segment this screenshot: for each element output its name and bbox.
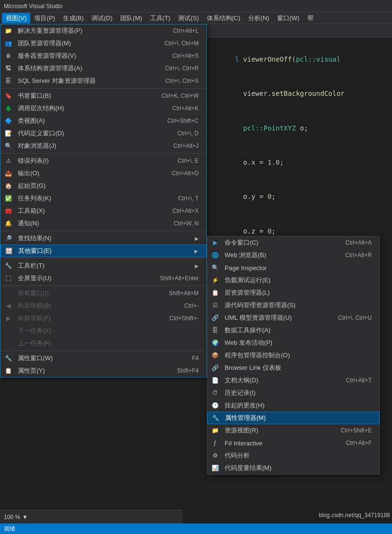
menu-item-start-page[interactable]: 🏠 起始页(G) <box>0 180 206 192</box>
menu-view[interactable]: 视图(V) <box>2 13 30 24</box>
class-view-icon: 🔷 <box>4 117 12 125</box>
title-text: Microsoft Visual Studio <box>4 3 63 10</box>
pending-changes-icon: 🕐 <box>211 402 219 409</box>
menu-item-load-test[interactable]: ⚡ 负载测试运行(E) <box>207 274 379 287</box>
menu-item-code-metrics[interactable]: 📊 代码度量结果(M) <box>207 462 379 474</box>
all-windows-icon <box>4 289 12 297</box>
menu-tools[interactable]: 工具(T) <box>146 13 175 24</box>
menu-item-call-hierarchy[interactable]: 🌲 调用层次结构(H) Ctrl+Alt+K <box>0 102 206 115</box>
secondary-dropdown-menu: ▶ 命令窗口(C) Ctrl+Alt+A 🌐 Web 浏览器(B) Ctrl+A… <box>207 236 380 475</box>
error-list-icon: ⚠ <box>4 157 12 165</box>
history-icon: ⏱ <box>211 389 219 397</box>
title-bar: Microsoft Visual Studio <box>0 0 392 13</box>
code-def-icon: 📝 <box>4 130 12 137</box>
menu-item-server-explorer[interactable]: 🖥 服务器资源管理器(V) Ctrl+Alt+S <box>0 50 206 62</box>
sep3 <box>0 231 206 231</box>
menu-item-page-inspector[interactable]: 🔍 Page Inspector <box>207 261 379 274</box>
sep5 <box>0 286 206 286</box>
resource-view-icon: 📁 <box>211 427 219 434</box>
menu-test[interactable]: 测试(S) <box>174 13 202 24</box>
nav-back-icon: ◀ <box>4 302 12 310</box>
server-explorer-icon: 🖥 <box>4 52 12 60</box>
task-list-icon: ✅ <box>4 195 12 202</box>
zoom-label: 100 % <box>4 514 20 521</box>
nav-forward-icon: ▶ <box>4 314 12 322</box>
menu-debug[interactable]: 调试(D) <box>88 13 116 24</box>
notifications-icon: 🔔 <box>4 220 12 227</box>
menu-item-toolbar[interactable]: 🔧 工具栏(T) <box>0 260 206 272</box>
load-test-icon: ⚡ <box>211 276 219 284</box>
menu-item-toolbox[interactable]: 🧰 工具箱(X) Ctrl+Alt+X <box>0 205 206 217</box>
property-manager-icon: 🔧 <box>212 414 219 422</box>
menu-item-code-analysis[interactable]: ⚙ 代码分析 <box>207 449 379 462</box>
menu-item-web-browser[interactable]: 🌐 Web 浏览器(B) Ctrl+Alt+R <box>207 249 379 261</box>
menu-item-notifications[interactable]: 🔔 通知(N) Ctrl+W, N <box>0 217 206 230</box>
status-bar: 就绪 <box>0 523 392 534</box>
menu-build[interactable]: 生成(B) <box>59 13 88 24</box>
arch-explorer-icon: 🏗 <box>4 65 12 72</box>
next-task-icon <box>4 327 12 335</box>
page-inspector-icon: 🔍 <box>211 264 219 272</box>
properties-page-icon: 📋 <box>4 367 12 375</box>
menu-item-command-window[interactable]: ▶ 命令窗口(C) Ctrl+Alt+A <box>207 236 379 249</box>
menu-item-nav-back: ◀ 向后导航(B) Ctrl+- <box>0 300 206 312</box>
watermark: blog.csdn.net/qq_34719188 <box>317 511 392 520</box>
package-manager-icon: 📦 <box>211 352 219 359</box>
menu-item-resource-view[interactable]: 📁 资源视图(R) Ctrl+Shift+E <box>207 424 379 437</box>
browser-link-icon: 🔗 <box>211 364 219 372</box>
data-tools-icon: 🗄 <box>211 326 219 334</box>
menu-item-find-results[interactable]: 🔎 查找结果(N) <box>0 232 206 245</box>
menu-item-error-list[interactable]: ⚠ 错误列表(I) Ctrl+\, E <box>0 155 206 167</box>
menu-project[interactable]: 项目(P) <box>30 13 59 24</box>
menu-item-arch-explorer[interactable]: 🏗 体系结构资源管理器(A) Ctrl+\, Ctrl+R <box>0 62 206 75</box>
menu-help[interactable]: 帮 <box>303 13 317 24</box>
sep4 <box>0 258 206 259</box>
menu-item-team-explorer[interactable]: 👥 团队资源管理器(M) Ctrl+\, Ctrl+M <box>0 37 206 50</box>
menu-item-document-outline[interactable]: 📄 文档大纲(D) Ctrl+Alt+T <box>207 374 379 387</box>
menu-window[interactable]: 窗口(W) <box>273 13 303 24</box>
fullscreen-icon: ⛶ <box>4 274 12 282</box>
object-browser-icon: 🔍 <box>4 142 12 150</box>
menu-analyze[interactable]: 分析(N) <box>244 13 273 24</box>
sep2 <box>0 153 206 154</box>
menu-arch[interactable]: 体系结构(C) <box>203 13 244 24</box>
team-explorer-icon: 👥 <box>4 39 12 47</box>
code-analysis-icon: ⚙ <box>211 452 219 459</box>
menu-item-layer-explorer[interactable]: 📋 层资源管理器(L) <box>207 287 379 299</box>
code-metrics-icon: 📊 <box>211 464 219 472</box>
menu-item-property-manager[interactable]: 🔧 属性管理器(M) <box>207 412 379 424</box>
menu-item-properties-page[interactable]: 📋 属性页(Y) Shift+F4 <box>0 365 206 377</box>
menu-item-object-browser[interactable]: 🔍 对象浏览器(J) Ctrl+Alt+J <box>0 140 206 152</box>
menu-item-browser-link[interactable]: 🔗 Browser Link 仪表板 <box>207 362 379 374</box>
web-browser-icon: 🌐 <box>211 251 219 259</box>
menu-item-solution-explorer[interactable]: 📁 解决方案资源管理器(P) Ctrl+Alt+L <box>0 25 206 37</box>
menu-item-prev-task: 上一任务(R) <box>0 337 206 350</box>
menu-item-web-publish[interactable]: 🌍 Web 发布活动(P) <box>207 337 379 349</box>
menu-item-output[interactable]: 📤 输出(O) Ctrl+Alt+O <box>0 167 206 180</box>
menu-item-pending-changes[interactable]: 🕐 挂起的更改(H) <box>207 399 379 412</box>
menu-item-sql-explorer[interactable]: 🗄 SQL Server 对象资源管理器 Ctrl+\, Ctrl+S <box>0 75 206 87</box>
properties-window-icon: 🔧 <box>4 354 12 362</box>
menu-item-data-tools[interactable]: 🗄 数据工具操作(A) <box>207 324 379 337</box>
menu-item-source-control-explorer[interactable]: ☑ 源代码管理资源管理器(S) <box>207 299 379 312</box>
fsharp-icon: ƒ <box>211 439 219 447</box>
web-publish-icon: 🌍 <box>211 339 219 347</box>
uml-explorer-icon: 🔗 <box>211 314 219 322</box>
zoom-control: 100 % ▼ <box>0 510 183 523</box>
menu-item-properties-window[interactable]: 🔧 属性窗口(W) F4 <box>0 352 206 365</box>
menu-item-package-manager[interactable]: 📦 程序包管理器控制台(O) <box>207 349 379 362</box>
menu-item-code-def-window[interactable]: 📝 代码定义窗口(D) Ctrl+\, D <box>0 127 206 140</box>
menu-item-other-windows[interactable]: 🪟 其他窗口(E) <box>0 245 206 257</box>
menu-item-bookmark[interactable]: 🔖 书签窗口(B) Ctrl+K, Ctrl+W <box>0 90 206 102</box>
menu-item-history[interactable]: ⏱ 历史记录(I) <box>207 387 379 399</box>
menu-item-class-view[interactable]: 🔷 类视图(A) Ctrl+Shift+C <box>0 115 206 127</box>
zoom-dropdown-icon[interactable]: ▼ <box>22 514 28 521</box>
menu-item-fullscreen[interactable]: ⛶ 全屏显示(U) Shift+Alt+Enter <box>0 272 206 285</box>
menu-item-fsharp-interactive[interactable]: ƒ F# Interactive Ctrl+Alt+F <box>207 437 379 449</box>
other-windows-icon: 🪟 <box>5 247 13 255</box>
menu-item-uml-explorer[interactable]: 🔗 UML 模型资源管理器(U) Ctrl+\, Ctrl+U <box>207 312 379 324</box>
menu-item-task-list[interactable]: ✅ 任务列表(K) Ctrl+\, T <box>0 192 206 205</box>
output-icon: 📤 <box>4 169 12 177</box>
menu-team[interactable]: 团队(M) <box>116 13 146 24</box>
bookmark-icon: 🔖 <box>4 92 12 100</box>
